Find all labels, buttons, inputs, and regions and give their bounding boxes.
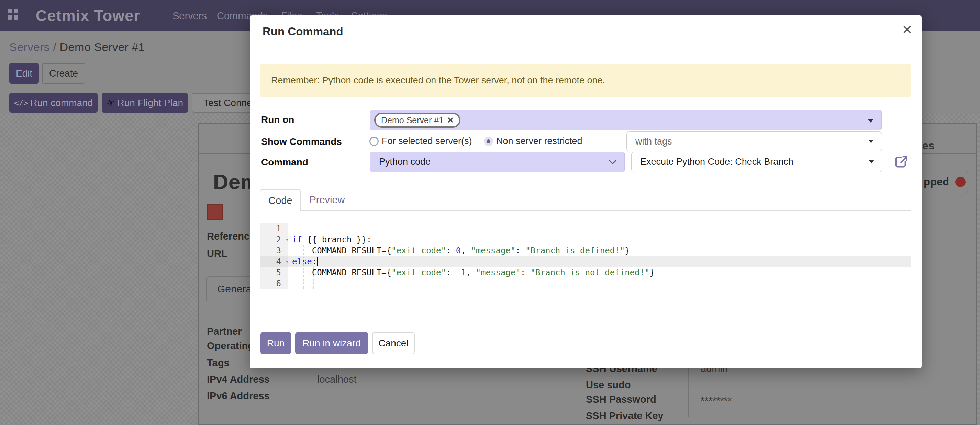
show-commands-label: Show Commands [261, 136, 342, 147]
code-line[interactable]: 3 COMMAND_RESULT={"exit_code": 0, "messa… [260, 245, 911, 256]
close-icon[interactable]: ✕ [902, 24, 912, 36]
card-header-tab-fragment[interactable]: es [922, 140, 935, 152]
edit-button[interactable]: Edit [9, 63, 39, 84]
radio-unselected-icon[interactable] [369, 136, 379, 146]
remove-tag-icon[interactable]: ✕ [447, 116, 453, 125]
apps-grid-icon[interactable] [8, 9, 19, 20]
code-text: if {{ branch }}: [288, 234, 371, 245]
ipv6-label: IPv6 Address [207, 390, 270, 402]
operating-system-label: Operating [207, 340, 254, 352]
ssh-password-value: ******** [701, 395, 732, 406]
text-cursor [317, 257, 318, 266]
dropdown-caret-icon [869, 140, 873, 143]
line-number: 1 [260, 223, 288, 234]
code-line[interactable]: 2▾if {{ branch }}: [260, 234, 911, 245]
tab-code[interactable]: Code [260, 189, 301, 211]
code-line[interactable]: 1 [260, 223, 911, 234]
code-text [288, 223, 292, 234]
partner-label: Partner [207, 326, 242, 337]
screen: Cetmix Tower Servers Commands Files Tool… [0, 0, 980, 425]
plane-icon: ✈ [105, 96, 116, 109]
code-editor[interactable]: 12▾if {{ branch }}:3 COMMAND_RESULT={"ex… [260, 223, 911, 290]
breadcrumb: Servers/Demo Server #1 [9, 41, 145, 54]
line-number: 5 [260, 267, 288, 278]
tab-preview[interactable]: Preview [305, 189, 350, 211]
status-red-dot [955, 177, 966, 187]
fold-caret-icon[interactable]: ▾ [286, 234, 289, 245]
ipv4-label: IPv4 Address [207, 374, 270, 385]
code-icon: </> [14, 98, 29, 108]
run-command-button[interactable]: </> Run command [9, 93, 98, 113]
url-label: URL [207, 248, 228, 260]
run-command-modal: Run Command ✕ Remember: Python code is e… [250, 16, 921, 368]
ssh-private-key-label: SSH Private Key [586, 410, 663, 422]
command-type-select[interactable]: Python code [370, 152, 625, 172]
line-number: 6 [260, 278, 288, 289]
code-line[interactable]: 5 COMMAND_RESULT={"exit_code": -1, "mess… [260, 267, 911, 278]
breadcrumb-current: Demo Server #1 [60, 41, 145, 54]
use-sudo-label: Use sudo [586, 379, 631, 391]
cancel-button[interactable]: Cancel [372, 332, 415, 354]
code-text [288, 278, 292, 289]
radio-selected-icon[interactable] [484, 136, 493, 146]
tab-bar-divider [260, 211, 911, 211]
modal-header-divider [250, 48, 921, 48]
command-reference-select[interactable]: Execute Python Code: Check Branch [631, 152, 882, 172]
command-label: Command [261, 157, 308, 168]
run-flight-plan-button[interactable]: ✈ Run Flight Plan [102, 93, 188, 113]
code-line[interactable]: 6 [260, 278, 911, 289]
radio-non-server-restricted[interactable]: Non server restricted [484, 136, 582, 147]
code-text: COMMAND_RESULT={"exit_code": -1, "messag… [288, 267, 655, 278]
run-on-multiselect[interactable]: Demo Server #1 ✕ [370, 110, 882, 130]
dropdown-caret-icon [869, 160, 874, 163]
line-number: 2▾ [260, 234, 288, 245]
code-text: COMMAND_RESULT={"exit_code": 0, "message… [288, 245, 630, 256]
create-button[interactable]: Create [42, 63, 85, 84]
status-stopped-label: pped [924, 176, 949, 188]
dropdown-caret-icon [868, 119, 874, 122]
fold-caret-icon[interactable]: ▾ [286, 256, 289, 267]
server-tag-label: Demo Server #1 [381, 115, 444, 125]
code-line[interactable]: 4▾else: [260, 256, 911, 267]
breadcrumb-separator: / [49, 41, 59, 54]
radio-for-selected-servers[interactable]: For selected server(s) [369, 136, 472, 147]
server-tag-chip: Demo Server #1 ✕ [374, 113, 460, 128]
reference-label: Reference [207, 231, 255, 242]
run-on-label: Run on [261, 114, 294, 125]
server-color-swatch[interactable] [207, 204, 223, 220]
ipv4-value: localhost [317, 374, 356, 385]
chevron-down-icon [609, 160, 617, 165]
breadcrumb-servers-link[interactable]: Servers [9, 41, 49, 54]
modal-title: Run Command [262, 25, 343, 38]
run-button[interactable]: Run [261, 332, 291, 354]
nav-item-servers[interactable]: Servers [172, 10, 207, 22]
external-link-icon[interactable] [893, 154, 909, 170]
with-tags-select[interactable]: with tags [627, 132, 882, 151]
brand[interactable]: Cetmix Tower [36, 7, 140, 25]
ssh-password-label: SSH Password [586, 394, 656, 405]
line-number: 3 [260, 245, 288, 256]
run-in-wizard-button[interactable]: Run in wizard [295, 332, 368, 354]
line-number: 4▾ [260, 256, 288, 267]
tags-label: Tags [207, 357, 229, 369]
code-text: else: [288, 256, 318, 267]
python-warning-alert: Remember: Python code is executed on the… [260, 64, 911, 97]
